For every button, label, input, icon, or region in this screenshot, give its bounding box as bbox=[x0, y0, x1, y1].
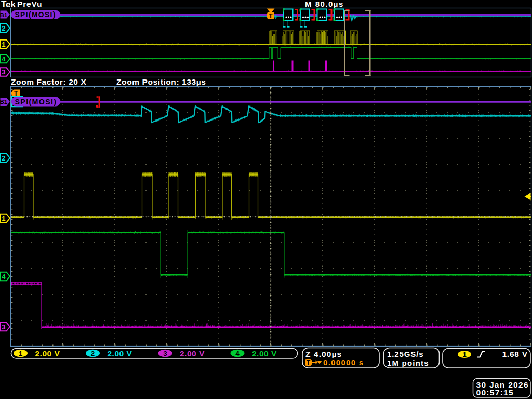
svg-text:SPI(MOSI): SPI(MOSI) bbox=[15, 98, 57, 106]
svg-text:2: 2 bbox=[2, 154, 5, 162]
svg-text:3: 3 bbox=[2, 323, 5, 331]
svg-text:1: 1 bbox=[19, 350, 23, 357]
svg-text:4: 4 bbox=[2, 55, 6, 63]
svg-text:T: T bbox=[307, 359, 311, 366]
svg-text:SPI(MOSI): SPI(MOSI) bbox=[15, 11, 56, 19]
svg-text:4: 4 bbox=[235, 350, 240, 357]
svg-text:Tek: Tek bbox=[1, 0, 16, 9]
svg-text:B1: B1 bbox=[0, 99, 8, 105]
svg-text:2.00 V: 2.00 V bbox=[252, 349, 277, 358]
svg-text:1M points: 1M points bbox=[387, 358, 429, 367]
svg-text:1: 1 bbox=[2, 215, 5, 222]
svg-text:1.68 V: 1.68 V bbox=[502, 350, 528, 358]
svg-text:2.00 V: 2.00 V bbox=[35, 349, 60, 358]
svg-text:4: 4 bbox=[2, 273, 6, 281]
svg-text:T: T bbox=[269, 12, 273, 20]
svg-text:1: 1 bbox=[462, 351, 467, 358]
svg-text:00:57:15: 00:57:15 bbox=[476, 388, 514, 397]
svg-text:2.00 V: 2.00 V bbox=[180, 349, 205, 358]
svg-text:1: 1 bbox=[2, 41, 5, 48]
svg-text:Z 4.00µs: Z 4.00µs bbox=[305, 350, 342, 358]
svg-text:2: 2 bbox=[2, 24, 5, 32]
svg-text:Zoom Position: 133µs: Zoom Position: 133µs bbox=[116, 77, 206, 86]
svg-text:2.00 V: 2.00 V bbox=[108, 349, 132, 358]
svg-text:1.25GS/s: 1.25GS/s bbox=[387, 350, 424, 358]
svg-text:2: 2 bbox=[91, 350, 95, 357]
svg-text:3: 3 bbox=[163, 350, 167, 357]
svg-text:PreVu: PreVu bbox=[17, 0, 42, 8]
svg-text:0.00000 s: 0.00000 s bbox=[323, 358, 364, 367]
svg-text:3: 3 bbox=[2, 68, 5, 76]
svg-text:Zoom Factor: 20 X: Zoom Factor: 20 X bbox=[11, 77, 86, 86]
svg-text:B1: B1 bbox=[0, 12, 8, 18]
svg-text:M 80.0µs: M 80.0µs bbox=[305, 0, 344, 8]
